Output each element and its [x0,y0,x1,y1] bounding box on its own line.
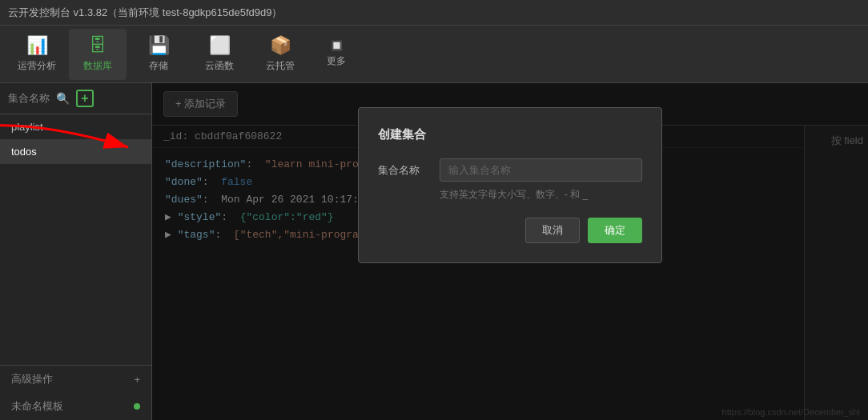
create-collection-modal: 创建集合 集合名称 支持英文字母大小写、数字、- 和 _ 取消 确定 [358,107,662,263]
functions-icon: ⬜ [209,35,231,56]
sidebar: 集合名称 🔍 + playlist todos 高级操作 + 未命名模板 [0,83,152,420]
top-nav: 📊 运营分析 🗄 数据库 💾 存储 ⬜ 云函数 📦 云托管 🔲 更多 [0,26,868,83]
nav-label-analytics: 运营分析 [18,59,56,73]
nav-label-functions: 云函数 [205,59,234,73]
sidebar-header: 集合名称 🔍 + [0,83,151,114]
add-advanced-icon[interactable]: + [134,374,140,386]
nav-item-database[interactable]: 🗄 数据库 [69,29,127,80]
sidebar-title: 集合名称 [8,91,50,106]
nav-item-storage[interactable]: 💾 存储 [130,29,187,80]
more-icon: 🔲 [331,40,343,51]
modal-buttons: 取消 确定 [378,218,642,243]
nav-item-hosting[interactable]: 📦 云托管 [251,29,309,80]
sidebar-item-label: playlist [11,121,43,133]
database-icon: 🗄 [89,35,106,56]
sidebar-advanced-ops[interactable]: 高级操作 + [0,366,151,393]
main-content: 集合名称 🔍 + playlist todos 高级操作 + 未命名模板 + 添… [0,83,868,420]
nav-label-more: 更多 [327,54,346,68]
modal-overlay: 创建集合 集合名称 支持英文字母大小写、数字、- 和 _ 取消 确定 [152,83,868,420]
status-dot [134,403,140,410]
cancel-button[interactable]: 取消 [525,218,580,243]
sidebar-bottom: 高级操作 + 未命名模板 [0,365,151,420]
confirm-button[interactable]: 确定 [588,218,642,243]
nav-label-hosting: 云托管 [266,59,295,73]
title-text: 云开发控制台 v1.3.82（当前环境 test-8gdkp615de5fd9d… [8,6,282,20]
modal-title: 创建集合 [378,127,642,142]
advanced-ops-label: 高级操作 [11,372,53,386]
nav-item-functions[interactable]: ⬜ 云函数 [191,29,248,80]
collection-name-input[interactable] [440,158,642,182]
add-collection-button[interactable]: + [76,90,94,107]
sidebar-item-label: todos [11,146,37,158]
modal-field-label: 集合名称 [378,163,430,178]
nav-item-more[interactable]: 🔲 更多 [312,29,360,80]
sidebar-item-todos[interactable]: todos [0,139,151,164]
title-bar: 云开发控制台 v1.3.82（当前环境 test-8gdkp615de5fd9d… [0,0,868,26]
template-label: 未命名模板 [11,399,63,414]
modal-field-row: 集合名称 [378,158,642,182]
content-area: + 添加记录 _id: cbddf0af608622 "description"… [152,83,868,420]
hosting-icon: 📦 [270,35,291,56]
modal-hint: 支持英文字母大小写、数字、- 和 _ [440,188,642,202]
nav-label-storage: 存储 [149,59,168,73]
sidebar-template[interactable]: 未命名模板 [0,393,151,420]
storage-icon: 💾 [148,35,170,56]
sidebar-item-playlist[interactable]: playlist [0,114,151,139]
nav-label-database: 数据库 [83,59,112,73]
search-icon[interactable]: 🔍 [56,92,70,105]
analytics-icon: 📊 [26,35,48,56]
nav-item-analytics[interactable]: 📊 运营分析 [8,29,66,80]
